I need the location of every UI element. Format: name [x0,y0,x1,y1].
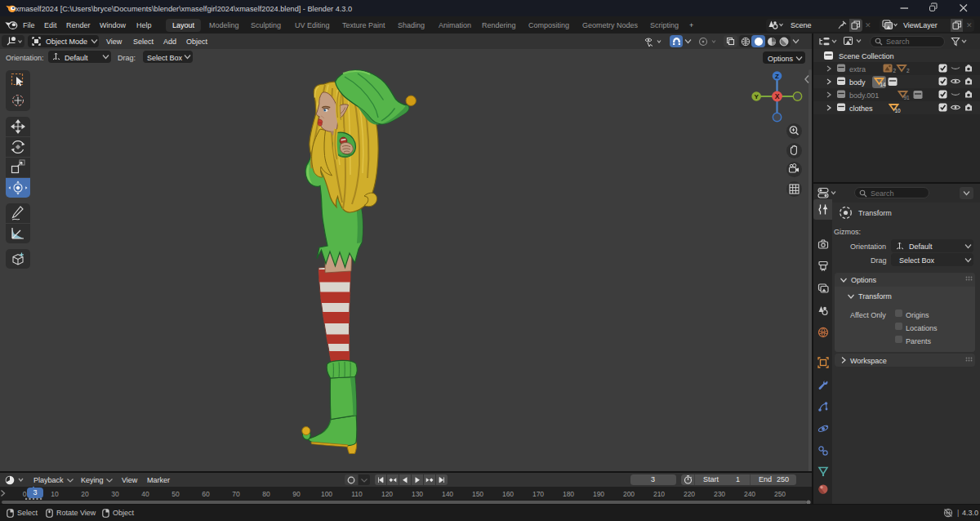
svg-text:2: 2 [906,68,910,73]
svg-text:91: 91 [904,95,911,100]
svg-text:Y: Y [755,93,760,100]
svg-text:2: 2 [893,68,897,73]
svg-text:Z: Z [775,73,779,80]
svg-text:10: 10 [895,108,902,114]
svg-text:X: X [775,92,780,100]
svg-text:14: 14 [880,82,887,87]
